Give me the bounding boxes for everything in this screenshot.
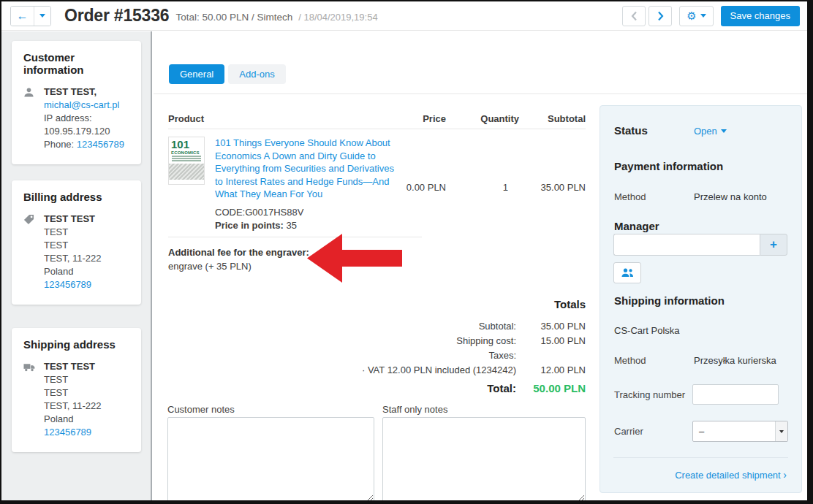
tracking-number-input[interactable] bbox=[692, 384, 779, 405]
extra-fee-label: Additional fee for the engraver: bbox=[168, 247, 309, 258]
shipping-line: TEST bbox=[44, 386, 102, 400]
product-thumbnail: 101 ECONOMICS bbox=[168, 137, 205, 185]
customer-information-card: Customer information TEST TEST, michal@c… bbox=[12, 41, 141, 164]
chevron-down-icon bbox=[700, 14, 706, 18]
chevron-down-icon bbox=[721, 129, 727, 133]
truck-icon bbox=[23, 360, 37, 439]
page-title: Order #15336 bbox=[64, 6, 169, 26]
chevron-right-icon: › bbox=[783, 469, 787, 481]
customer-phone-link[interactable]: 123456789 bbox=[77, 139, 124, 150]
ip-address-value: 109.95.179.120 bbox=[44, 125, 131, 138]
billing-line: Poland bbox=[44, 265, 102, 278]
phone-label: Phone: bbox=[44, 139, 74, 150]
product-quantity: 1 bbox=[461, 182, 508, 193]
staff-notes-textarea[interactable] bbox=[382, 417, 586, 500]
person-icon bbox=[23, 85, 37, 151]
select-caret bbox=[775, 421, 787, 441]
tab-general[interactable]: General bbox=[169, 64, 224, 84]
save-changes-button[interactable]: Save changes bbox=[721, 6, 800, 26]
order-tabs: General Add-ons bbox=[169, 64, 286, 84]
totals-heading: Totals bbox=[439, 298, 586, 310]
totals-row-shipping: Shipping cost:15.00 PLN bbox=[293, 334, 586, 348]
thumb-subtitle: ECONOMICS bbox=[169, 150, 204, 155]
tab-addons[interactable]: Add-ons bbox=[228, 64, 285, 84]
shipping-line: Poland bbox=[44, 413, 102, 426]
panel-divider bbox=[613, 457, 788, 458]
billing-address-card: Billing address TEST TEST TEST TEST TEST… bbox=[12, 180, 141, 305]
payment-method-value: Przelew na konto bbox=[694, 191, 767, 202]
status-dropdown[interactable]: Open bbox=[694, 126, 727, 137]
status-label: Status bbox=[614, 124, 648, 137]
staff-notes-label: Staff only notes bbox=[382, 404, 447, 415]
order-total-value: 50.00 PLN bbox=[516, 382, 586, 394]
order-status-panel: Status Open Payment information Method P… bbox=[600, 105, 802, 493]
payment-method-label: Method bbox=[614, 191, 646, 202]
back-split-button: ← bbox=[10, 6, 51, 26]
order-page: ← Order #15336 Total: 50.00 PLN / Simtec… bbox=[1, 1, 807, 500]
carrier-select[interactable]: – bbox=[692, 421, 788, 442]
order-timestamp: / 18/04/2019,19:54 bbox=[298, 12, 377, 23]
totals-row-vat: · VAT 12.00 PLN included (1234242)12.00 … bbox=[293, 363, 586, 378]
shipping-phone-link[interactable]: 123456789 bbox=[44, 427, 91, 438]
customer-email-link[interactable]: michal@cs-cart.pl bbox=[44, 99, 120, 110]
product-price: 0.00 PLN bbox=[380, 182, 446, 193]
chevron-down-icon bbox=[39, 14, 45, 18]
product-code: CODE:G0017HS88V bbox=[215, 207, 303, 218]
column-header-subtotal: Subtotal bbox=[520, 113, 586, 124]
billing-phone-link[interactable]: 123456789 bbox=[44, 279, 91, 290]
manager-search-input[interactable] bbox=[613, 234, 760, 256]
totals-row-taxes: Taxes: bbox=[293, 348, 586, 363]
add-manager-button[interactable]: + bbox=[760, 234, 787, 256]
gear-icon: ⚙ bbox=[687, 10, 696, 21]
carrier-label: Carrier bbox=[614, 426, 643, 437]
payment-information-heading: Payment information bbox=[614, 160, 723, 172]
billing-address-heading: Billing address bbox=[23, 191, 131, 203]
billing-line: TEST bbox=[44, 239, 102, 252]
column-header-price: Price bbox=[380, 113, 446, 124]
next-order-button[interactable] bbox=[648, 6, 672, 26]
chevron-right-icon bbox=[657, 11, 664, 21]
red-highlight-arrow bbox=[307, 234, 402, 283]
shipping-company: CS-Cart Polska bbox=[614, 325, 680, 336]
shipping-method-label: Method bbox=[614, 355, 646, 366]
billing-line: TEST, 11-222 bbox=[44, 252, 102, 265]
tag-icon bbox=[23, 213, 37, 291]
shipping-address-heading: Shipping address bbox=[23, 338, 131, 351]
shipping-line: TEST bbox=[44, 373, 102, 386]
chevron-left-icon bbox=[631, 11, 638, 21]
managers-list-button[interactable] bbox=[613, 262, 641, 283]
billing-line: TEST bbox=[44, 226, 102, 239]
totals-row-subtotal: Subtotal:35.00 PLN bbox=[293, 319, 586, 334]
thumb-money-image bbox=[169, 164, 204, 180]
customer-information-heading: Customer information bbox=[23, 51, 131, 76]
back-dropdown-button[interactable] bbox=[34, 7, 50, 26]
shipping-line: TEST, 11-222 bbox=[44, 400, 102, 413]
order-sidebar: Customer information TEST TEST, michal@c… bbox=[1, 31, 152, 500]
back-arrow-icon: ← bbox=[17, 9, 29, 23]
top-toolbar: ← Order #15336 Total: 50.00 PLN / Simtec… bbox=[1, 1, 807, 31]
product-subtotal: 35.00 PLN bbox=[520, 182, 586, 193]
totals-row-total: Total:50.00 PLN bbox=[293, 382, 586, 394]
previous-order-button[interactable] bbox=[622, 6, 646, 26]
extra-fee-value: engrave (+ 35 PLN) bbox=[168, 261, 252, 272]
create-shipment-link[interactable]: Create detailed shipment › bbox=[675, 469, 787, 481]
product-title-link[interactable]: 101 Things Everyone Should Know About Ec… bbox=[215, 137, 396, 201]
customer-notes-textarea[interactable] bbox=[167, 417, 374, 500]
order-main-content: General Add-ons Product Price Quantity S… bbox=[154, 31, 807, 500]
customer-name: TEST TEST, bbox=[44, 86, 97, 97]
people-icon bbox=[621, 268, 634, 278]
manager-heading: Manager bbox=[614, 220, 659, 232]
settings-dropdown-button[interactable]: ⚙ bbox=[679, 6, 713, 26]
back-button[interactable]: ← bbox=[11, 7, 34, 26]
ip-address-label: IP address: bbox=[44, 112, 131, 125]
tracking-number-label: Tracking number bbox=[614, 389, 685, 400]
order-total-subtitle: Total: 50.00 PLN / Simtech bbox=[175, 12, 292, 23]
column-header-quantity: Quantity bbox=[461, 113, 519, 124]
shipping-name: TEST TEST bbox=[44, 360, 102, 373]
shipping-address-card: Shipping address TEST TEST TEST TEST TES… bbox=[12, 328, 141, 452]
billing-name: TEST TEST bbox=[44, 213, 102, 226]
shipping-method-value: Przesyłka kurierska bbox=[694, 355, 776, 366]
customer-notes-label: Customer notes bbox=[167, 404, 235, 415]
column-header-product: Product bbox=[168, 113, 204, 124]
product-points: Price in points: 35 bbox=[215, 220, 297, 231]
